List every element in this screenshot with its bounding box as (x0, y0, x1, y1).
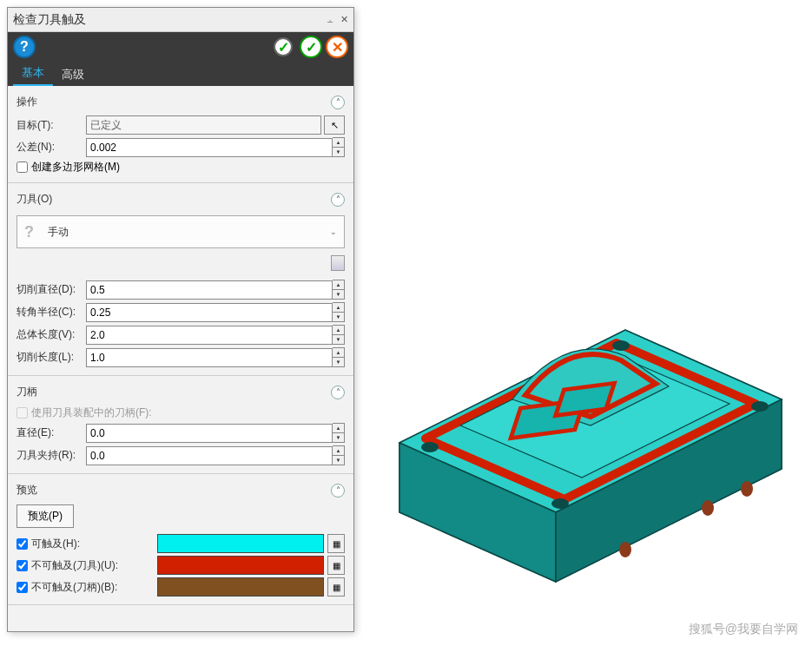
titlebar: 检查刀具触及 ⫠ ✕ (8, 8, 353, 32)
reachable-checkbox[interactable] (17, 538, 28, 550)
unreachable-tool-checkbox[interactable] (17, 560, 28, 571)
tab-advanced[interactable]: 高级 (53, 63, 93, 86)
section-tool: 刀具(O) ˄ ? 手动 ⌄ 切削直径(D): ▲▼ 转角半径(C): ▲▼ (8, 183, 353, 376)
tool-mode-dropdown[interactable]: ? 手动 ⌄ (17, 215, 345, 248)
section-preview-header[interactable]: 预览 ˄ (17, 479, 345, 501)
section-operation-header[interactable]: 操作 ˄ (17, 91, 345, 113)
cut-length-label: 切削长度(L): (17, 350, 86, 365)
cut-length-input[interactable] (86, 348, 333, 367)
holder-clamp-spinner[interactable]: ▲▼ (333, 445, 345, 465)
window-title: 检查刀具触及 (13, 12, 326, 28)
mesh-label: 创建多边形网格(M) (31, 160, 120, 175)
chevron-up-icon[interactable]: ˄ (331, 386, 345, 399)
preview-button[interactable]: 预览(P) (17, 504, 74, 528)
unreachable-holder-display-icon[interactable]: ▦ (327, 577, 345, 597)
section-preview: 预览 ˄ 预览(P) 可触及(H): ▦ 不可触及(刀具)(U): ▦ 不可触及… (8, 474, 353, 605)
watermark: 搜狐号@我要自学网 (689, 622, 798, 637)
cut-diameter-spinner[interactable]: ▲▼ (333, 280, 345, 300)
tool-shape-icon[interactable] (331, 255, 345, 271)
target-input[interactable] (86, 115, 321, 135)
tolerance-spinner[interactable]: ▲▼ (333, 137, 345, 157)
cancel-icon[interactable]: ✕ (326, 36, 348, 58)
reachable-display-icon[interactable]: ▦ (327, 534, 345, 553)
holder-diameter-spinner[interactable]: ▲▼ (333, 423, 345, 443)
unreachable-tool-label: 不可触及(刀具)(U): (31, 558, 157, 573)
tool-reach-panel: 检查刀具触及 ⫠ ✕ ? ✓ ✓ ✕ 基本 高级 操作 ˄ 目标(T): ↖ 公… (7, 7, 354, 632)
svg-point-9 (612, 340, 630, 351)
ok-icon[interactable]: ✓ (300, 36, 322, 58)
pick-target-icon[interactable]: ↖ (324, 115, 345, 135)
holder-clamp-label: 刀具夹持(R): (17, 448, 86, 463)
use-holder-label: 使用刀具装配中的刀柄(F): (31, 405, 152, 420)
use-holder-checkbox (17, 407, 28, 419)
tab-bar: 基本 高级 (8, 62, 353, 86)
holder-diameter-label: 直径(E): (17, 425, 86, 440)
section-holder: 刀柄 ˄ 使用刀具装配中的刀柄(F): 直径(E): ▲▼ 刀具夹持(R): ▲… (8, 376, 353, 474)
tab-basic[interactable]: 基本 (13, 62, 53, 86)
tolerance-input[interactable] (86, 138, 333, 157)
chevron-up-icon[interactable]: ˄ (331, 96, 345, 109)
corner-radius-input[interactable] (86, 303, 333, 322)
svg-point-12 (702, 500, 714, 516)
mesh-checkbox[interactable] (17, 162, 28, 173)
holder-diameter-input[interactable] (86, 424, 333, 443)
unreachable-holder-label: 不可触及(刀柄)(B): (31, 580, 157, 595)
unreachable-tool-color-swatch[interactable] (157, 556, 324, 575)
cut-length-spinner[interactable]: ▲▼ (333, 347, 345, 367)
model-viewport[interactable] (365, 243, 799, 590)
apply-icon[interactable]: ✓ (274, 37, 293, 56)
unreachable-holder-checkbox[interactable] (17, 582, 28, 593)
holder-clamp-input[interactable] (86, 446, 333, 465)
svg-point-11 (551, 498, 569, 509)
toolbar: ? ✓ ✓ ✕ (8, 32, 353, 62)
close-icon[interactable]: ✕ (340, 14, 348, 25)
cut-diameter-label: 切削直径(D): (17, 282, 86, 297)
reachable-color-swatch[interactable] (157, 534, 324, 553)
svg-point-13 (741, 481, 753, 497)
total-length-spinner[interactable]: ▲▼ (333, 325, 345, 345)
corner-radius-spinner[interactable]: ▲▼ (333, 302, 345, 322)
chevron-up-icon[interactable]: ˄ (331, 484, 345, 498)
target-label: 目标(T): (17, 118, 86, 133)
corner-radius-label: 转角半径(C): (17, 305, 86, 320)
svg-point-14 (619, 542, 631, 557)
chevron-up-icon[interactable]: ˄ (331, 193, 345, 207)
pin-icon[interactable]: ⫠ (326, 15, 335, 25)
unreachable-tool-display-icon[interactable]: ▦ (327, 556, 345, 575)
svg-point-8 (421, 442, 439, 452)
reachable-label: 可触及(H): (31, 537, 157, 551)
cut-diameter-input[interactable] (86, 280, 333, 300)
help-icon[interactable]: ? (13, 36, 36, 58)
svg-point-10 (751, 401, 769, 412)
unreachable-holder-color-swatch[interactable] (157, 577, 324, 597)
section-operation: 操作 ˄ 目标(T): ↖ 公差(N): ▲▼ 创建多边形网格(M) (8, 86, 353, 183)
tolerance-label: 公差(N): (17, 140, 86, 155)
section-tool-header[interactable]: 刀具(O) ˄ (17, 188, 345, 210)
section-holder-header[interactable]: 刀柄 ˄ (17, 381, 345, 403)
total-length-input[interactable] (86, 326, 333, 345)
question-icon: ? (24, 223, 34, 241)
chevron-down-icon: ⌄ (330, 227, 337, 236)
total-length-label: 总体长度(V): (17, 327, 86, 342)
svg-rect-7 (556, 383, 615, 415)
content-scroll[interactable]: 操作 ˄ 目标(T): ↖ 公差(N): ▲▼ 创建多边形网格(M) 刀具(O)… (8, 86, 353, 631)
